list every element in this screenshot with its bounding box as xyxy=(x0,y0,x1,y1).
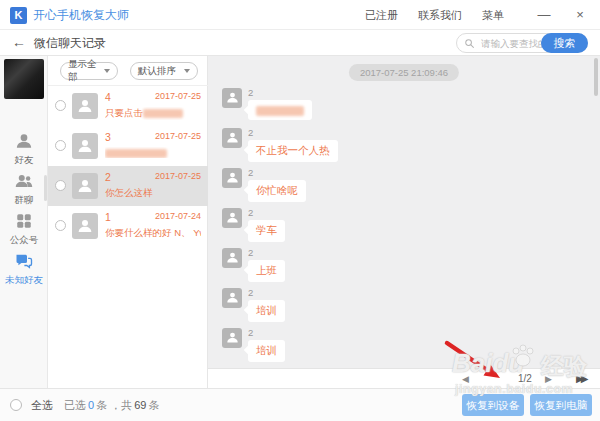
minimize-button[interactable]: — xyxy=(532,0,556,30)
message-count: 4 xyxy=(105,91,111,103)
sidebar-item-label: 群聊 xyxy=(0,194,48,207)
sort-dropdown-label: 默认排序 xyxy=(138,65,176,78)
select-all-label[interactable]: 全选 xyxy=(31,389,53,421)
conversation-row[interactable]: 42017-07-25 只要点击 xyxy=(48,86,208,126)
grid-icon xyxy=(15,212,33,230)
filter-dropdown-label: 显示全部 xyxy=(68,58,99,84)
person-icon xyxy=(226,331,239,344)
conversation-row[interactable]: 32017-07-25 xyxy=(48,126,208,166)
person-icon xyxy=(226,131,239,144)
app-logo-icon: K xyxy=(10,7,27,24)
conversation-row[interactable]: 12017-07-24 你要什么样的好 N、 Yw\... xyxy=(48,206,208,246)
chat-panel: 2017-07-25 21:09:46 2 2 不止我一个人热 2 你忙啥呢 2… xyxy=(208,56,600,388)
row-date: 2017-07-24 xyxy=(155,211,201,223)
row-preview: 你怎么这样 xyxy=(105,187,153,198)
message-count: 1 xyxy=(105,211,111,223)
row-radio[interactable] xyxy=(55,220,66,231)
next-page-icon[interactable]: ▶ xyxy=(545,369,552,389)
sidebar-item-groups[interactable]: 群聊 xyxy=(0,172,48,210)
chat-message: 2 培训 xyxy=(208,288,600,328)
page-title: 微信聊天记录 xyxy=(34,30,106,56)
recover-to-computer-button[interactable]: 恢复到电脑 xyxy=(530,394,592,416)
total-count: 69 xyxy=(134,399,146,411)
sidebar-item-unknown-friends[interactable]: 未知好友 xyxy=(0,252,48,290)
chat-bubbles-icon xyxy=(15,252,33,270)
censored-text xyxy=(105,149,167,158)
sender-name: 2 xyxy=(248,127,253,138)
recover-to-device-button[interactable]: 恢复到设备 xyxy=(462,394,524,416)
message-bubble: 不止我一个人热 xyxy=(248,140,338,162)
row-radio[interactable] xyxy=(55,100,66,111)
person-icon xyxy=(77,138,93,154)
chat-message: 2 你忙啥呢 xyxy=(208,168,600,208)
selected-prefix: 已选 xyxy=(64,399,86,411)
menu-link[interactable]: 菜单 xyxy=(482,8,504,23)
person-icon xyxy=(77,178,93,194)
message-count: 2 xyxy=(105,171,111,183)
registered-link[interactable]: 已注册 xyxy=(365,8,398,23)
user-avatar[interactable] xyxy=(4,59,44,99)
row-radio[interactable] xyxy=(55,140,66,151)
contact-avatar xyxy=(72,173,98,199)
chat-message: 2 培训 xyxy=(208,328,600,368)
list-toolbar: 显示全部 默认排序 xyxy=(48,56,208,86)
last-page-icon[interactable]: ▶▶ xyxy=(576,369,585,389)
conversation-list-panel: 显示全部 默认排序 42017-07-25 只要点击 32017-07-25 xyxy=(48,56,208,388)
sender-name: 2 xyxy=(248,207,253,218)
sidebar-item-label: 公众号 xyxy=(0,234,48,247)
message-bubble: 学车 xyxy=(248,220,285,242)
sort-dropdown[interactable]: 默认排序 xyxy=(130,62,198,80)
search-icon xyxy=(464,38,475,49)
person-icon xyxy=(77,98,93,114)
chat-message: 2 上班 xyxy=(208,248,600,288)
sender-name: 2 xyxy=(248,167,253,178)
sidebar: 好友 群聊 公众号 未知好友 xyxy=(0,56,48,388)
sender-avatar xyxy=(222,168,242,188)
sender-avatar xyxy=(222,208,242,228)
chevron-down-icon xyxy=(104,69,110,73)
total-suffix: 条 xyxy=(148,399,159,411)
conversation-row-selected[interactable]: 22017-07-25 你怎么这样 xyxy=(48,166,208,206)
message-bubble: 培训 xyxy=(248,300,285,322)
paw-icon xyxy=(508,342,538,372)
page-indicator: 1/2 xyxy=(518,369,532,389)
censored-text xyxy=(143,109,183,118)
search-button[interactable]: 搜索 xyxy=(541,33,588,53)
chat-timestamp: 2017-07-25 21:09:46 xyxy=(349,64,459,81)
sidebar-item-friends[interactable]: 好友 xyxy=(0,132,48,170)
sidebar-item-label: 好友 xyxy=(0,154,48,167)
message-bubble: 你忙啥呢 xyxy=(248,180,306,202)
sender-name: 2 xyxy=(248,87,253,98)
person-icon xyxy=(226,211,239,224)
bottom-bar: 全选 已选0条 ，共69条 恢复到设备 恢复到电脑 xyxy=(0,388,600,421)
close-button[interactable]: × xyxy=(568,0,592,30)
row-date: 2017-07-25 xyxy=(155,91,201,103)
chat-scrollbar-thumb[interactable] xyxy=(594,58,598,96)
contact-us-link[interactable]: 联系我们 xyxy=(418,8,462,23)
filter-dropdown[interactable]: 显示全部 xyxy=(60,62,118,80)
row-date: 2017-07-25 xyxy=(155,171,201,183)
prev-page-icon[interactable]: ◀ xyxy=(462,369,469,389)
message-bubble: 上班 xyxy=(248,260,285,282)
sender-name: 2 xyxy=(248,247,253,258)
person-icon xyxy=(226,91,239,104)
back-arrow-icon[interactable]: ← xyxy=(12,30,26,55)
selection-summary: 已选0条 ，共69条 xyxy=(64,389,159,421)
app-title: 开心手机恢复大师 xyxy=(33,0,129,30)
person-icon xyxy=(226,251,239,264)
selected-count: 0 xyxy=(88,399,94,411)
row-preview: 你要什么样的好 N、 Yw\... xyxy=(105,227,201,238)
select-all-radio[interactable] xyxy=(10,399,22,411)
title-bar: K 开心手机恢复大师 已注册 联系我们 菜单 — × xyxy=(0,0,600,30)
pagination-bar: ◀ 1/2 ▶ ▶▶ xyxy=(208,368,600,388)
sender-avatar xyxy=(222,88,242,108)
sender-name: 2 xyxy=(248,287,253,298)
row-radio[interactable] xyxy=(55,180,66,191)
chat-message: 2 不止我一个人热 xyxy=(208,128,600,168)
sidebar-item-official-accounts[interactable]: 公众号 xyxy=(0,212,48,250)
message-bubble xyxy=(248,100,312,120)
person-icon xyxy=(15,132,33,150)
sender-avatar xyxy=(222,248,242,268)
sidebar-scrollbar-thumb[interactable] xyxy=(44,175,47,201)
chevron-down-icon xyxy=(184,69,190,73)
